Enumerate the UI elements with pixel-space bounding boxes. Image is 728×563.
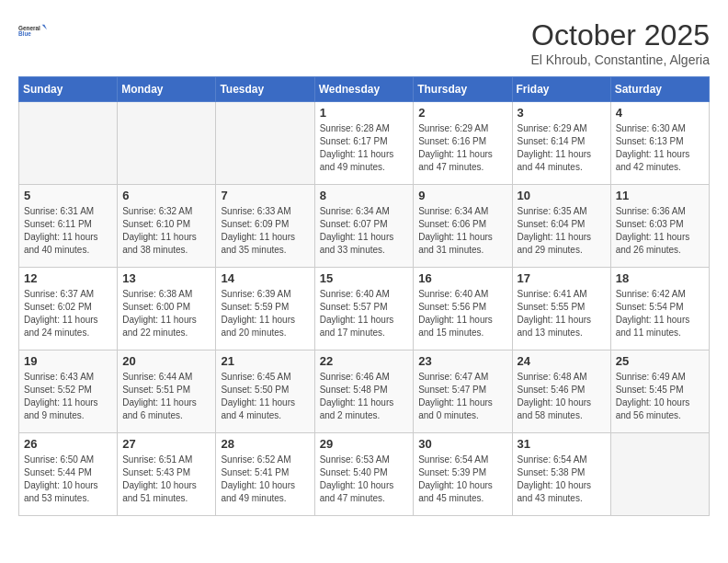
calendar-cell: 25Sunrise: 6:49 AM Sunset: 5:45 PM Dayli…: [610, 350, 709, 433]
day-number: 8: [320, 189, 409, 202]
day-number: 29: [320, 437, 409, 451]
day-info: Sunrise: 6:51 AM Sunset: 5:43 PM Dayligh…: [122, 454, 210, 505]
logo-icon: GeneralBlue: [18, 18, 48, 44]
header-monday: Monday: [118, 77, 216, 102]
calendar-cell: 5Sunrise: 6:31 AM Sunset: 6:11 PM Daylig…: [19, 185, 118, 268]
calendar-cell: 20Sunrise: 6:44 AM Sunset: 5:51 PM Dayli…: [118, 350, 216, 433]
day-info: Sunrise: 6:29 AM Sunset: 6:14 PM Dayligh…: [518, 122, 606, 174]
title-block: October 2025 El Khroub, Constantine, Alg…: [530, 18, 710, 67]
calendar-cell: 27Sunrise: 6:51 AM Sunset: 5:43 PM Dayli…: [118, 433, 216, 516]
calendar-cell: 1Sunrise: 6:28 AM Sunset: 6:17 PM Daylig…: [314, 102, 414, 185]
day-info: Sunrise: 6:41 AM Sunset: 5:55 PM Dayligh…: [518, 288, 606, 339]
day-info: Sunrise: 6:44 AM Sunset: 5:51 PM Dayligh…: [122, 371, 210, 422]
location-subtitle: El Khroub, Constantine, Algeria: [530, 52, 710, 67]
day-number: 22: [320, 354, 409, 368]
day-number: 21: [221, 354, 309, 368]
week-row-3: 12Sunrise: 6:37 AM Sunset: 6:02 PM Dayli…: [19, 268, 710, 350]
day-info: Sunrise: 6:35 AM Sunset: 6:04 PM Dayligh…: [518, 205, 606, 257]
day-info: Sunrise: 6:52 AM Sunset: 5:41 PM Dayligh…: [221, 454, 309, 505]
day-info: Sunrise: 6:49 AM Sunset: 5:45 PM Dayligh…: [616, 371, 704, 422]
day-number: 23: [418, 354, 506, 368]
calendar-cell: 21Sunrise: 6:45 AM Sunset: 5:50 PM Dayli…: [216, 350, 314, 433]
week-row-5: 26Sunrise: 6:50 AM Sunset: 5:44 PM Dayli…: [19, 433, 710, 516]
day-info: Sunrise: 6:37 AM Sunset: 6:02 PM Dayligh…: [24, 288, 112, 339]
day-number: 17: [518, 271, 606, 285]
day-number: 11: [616, 189, 704, 202]
calendar-cell: 12Sunrise: 6:37 AM Sunset: 6:02 PM Dayli…: [19, 268, 118, 350]
day-number: 26: [24, 437, 112, 451]
calendar-cell: 6Sunrise: 6:32 AM Sunset: 6:10 PM Daylig…: [118, 185, 216, 268]
page-header: GeneralBlue General Blue October 2025 El…: [18, 18, 710, 67]
day-info: Sunrise: 6:30 AM Sunset: 6:13 PM Dayligh…: [616, 122, 704, 174]
calendar-cell: 19Sunrise: 6:43 AM Sunset: 5:52 PM Dayli…: [19, 350, 118, 433]
header-saturday: Saturday: [610, 77, 709, 102]
day-info: Sunrise: 6:40 AM Sunset: 5:57 PM Dayligh…: [320, 288, 409, 339]
calendar-cell: 30Sunrise: 6:54 AM Sunset: 5:39 PM Dayli…: [414, 433, 512, 516]
day-info: Sunrise: 6:48 AM Sunset: 5:46 PM Dayligh…: [518, 371, 606, 422]
day-info: Sunrise: 6:39 AM Sunset: 5:59 PM Dayligh…: [221, 288, 309, 339]
calendar-cell: 13Sunrise: 6:38 AM Sunset: 6:00 PM Dayli…: [118, 268, 216, 350]
calendar-cell: 26Sunrise: 6:50 AM Sunset: 5:44 PM Dayli…: [19, 433, 118, 516]
day-number: 25: [616, 354, 704, 368]
day-info: Sunrise: 6:47 AM Sunset: 5:47 PM Dayligh…: [418, 371, 506, 422]
day-info: Sunrise: 6:28 AM Sunset: 6:17 PM Dayligh…: [320, 122, 409, 174]
day-number: 2: [418, 106, 506, 120]
day-number: 28: [221, 437, 309, 451]
day-info: Sunrise: 6:32 AM Sunset: 6:10 PM Dayligh…: [122, 205, 210, 257]
day-info: Sunrise: 6:33 AM Sunset: 6:09 PM Dayligh…: [221, 205, 309, 257]
header-tuesday: Tuesday: [216, 77, 314, 102]
calendar-cell: [216, 102, 314, 185]
header-sunday: Sunday: [19, 77, 118, 102]
calendar-cell: [118, 102, 216, 185]
day-number: 13: [122, 271, 210, 285]
month-title: October 2025: [530, 18, 710, 52]
day-info: Sunrise: 6:34 AM Sunset: 6:07 PM Dayligh…: [320, 205, 409, 257]
header-wednesday: Wednesday: [314, 77, 414, 102]
day-number: 19: [24, 354, 112, 368]
calendar-cell: [610, 433, 709, 516]
day-info: Sunrise: 6:45 AM Sunset: 5:50 PM Dayligh…: [221, 371, 309, 422]
calendar-cell: 4Sunrise: 6:30 AM Sunset: 6:13 PM Daylig…: [610, 102, 709, 185]
svg-marker-2: [42, 25, 47, 29]
calendar-cell: 7Sunrise: 6:33 AM Sunset: 6:09 PM Daylig…: [216, 185, 314, 268]
day-number: 6: [122, 189, 210, 202]
day-info: Sunrise: 6:53 AM Sunset: 5:40 PM Dayligh…: [320, 454, 409, 505]
day-info: Sunrise: 6:42 AM Sunset: 5:54 PM Dayligh…: [616, 288, 704, 339]
calendar-cell: 15Sunrise: 6:40 AM Sunset: 5:57 PM Dayli…: [314, 268, 414, 350]
day-number: 18: [616, 271, 704, 285]
day-info: Sunrise: 6:43 AM Sunset: 5:52 PM Dayligh…: [24, 371, 112, 422]
calendar-cell: 2Sunrise: 6:29 AM Sunset: 6:16 PM Daylig…: [414, 102, 512, 185]
day-info: Sunrise: 6:31 AM Sunset: 6:11 PM Dayligh…: [24, 205, 112, 257]
calendar-cell: 22Sunrise: 6:46 AM Sunset: 5:48 PM Dayli…: [314, 350, 414, 433]
day-info: Sunrise: 6:54 AM Sunset: 5:39 PM Dayligh…: [418, 454, 506, 505]
day-number: 12: [24, 271, 112, 285]
week-row-2: 5Sunrise: 6:31 AM Sunset: 6:11 PM Daylig…: [19, 185, 710, 268]
calendar-cell: 8Sunrise: 6:34 AM Sunset: 6:07 PM Daylig…: [314, 185, 414, 268]
day-number: 9: [418, 189, 506, 202]
calendar-cell: 18Sunrise: 6:42 AM Sunset: 5:54 PM Dayli…: [610, 268, 709, 350]
day-info: Sunrise: 6:29 AM Sunset: 6:16 PM Dayligh…: [418, 122, 506, 174]
day-number: 31: [518, 437, 606, 451]
calendar-cell: 17Sunrise: 6:41 AM Sunset: 5:55 PM Dayli…: [512, 268, 610, 350]
day-info: Sunrise: 6:46 AM Sunset: 5:48 PM Dayligh…: [320, 371, 409, 422]
calendar-header-row: Sunday Monday Tuesday Wednesday Thursday…: [19, 77, 710, 102]
week-row-1: 1Sunrise: 6:28 AM Sunset: 6:17 PM Daylig…: [19, 102, 710, 185]
calendar-cell: 29Sunrise: 6:53 AM Sunset: 5:40 PM Dayli…: [314, 433, 414, 516]
week-row-4: 19Sunrise: 6:43 AM Sunset: 5:52 PM Dayli…: [19, 350, 710, 433]
calendar-cell: 24Sunrise: 6:48 AM Sunset: 5:46 PM Dayli…: [512, 350, 610, 433]
calendar-cell: 14Sunrise: 6:39 AM Sunset: 5:59 PM Dayli…: [216, 268, 314, 350]
logo: GeneralBlue General Blue: [18, 18, 48, 44]
day-number: 15: [320, 271, 409, 285]
day-info: Sunrise: 6:34 AM Sunset: 6:06 PM Dayligh…: [418, 205, 506, 257]
day-number: 14: [221, 271, 309, 285]
day-number: 24: [518, 354, 606, 368]
day-number: 27: [122, 437, 210, 451]
calendar-cell: 16Sunrise: 6:40 AM Sunset: 5:56 PM Dayli…: [414, 268, 512, 350]
header-thursday: Thursday: [414, 77, 512, 102]
day-info: Sunrise: 6:40 AM Sunset: 5:56 PM Dayligh…: [418, 288, 506, 339]
day-number: 30: [418, 437, 506, 451]
day-number: 16: [418, 271, 506, 285]
header-friday: Friday: [512, 77, 610, 102]
day-info: Sunrise: 6:38 AM Sunset: 6:00 PM Dayligh…: [122, 288, 210, 339]
calendar-cell: 3Sunrise: 6:29 AM Sunset: 6:14 PM Daylig…: [512, 102, 610, 185]
